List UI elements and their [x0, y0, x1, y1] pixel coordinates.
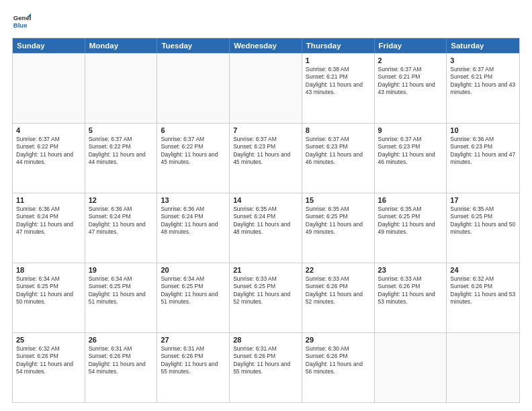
- cell-info: Sunrise: 6:37 AM Sunset: 6:23 PM Dayligh…: [306, 136, 371, 167]
- day-number: 17: [450, 196, 516, 204]
- calendar-cell-1-2: 6Sunrise: 6:37 AM Sunset: 6:22 PM Daylig…: [157, 124, 230, 193]
- calendar-cell-3-2: 20Sunrise: 6:34 AM Sunset: 6:25 PM Dayli…: [157, 263, 230, 332]
- day-number: 21: [233, 266, 298, 274]
- calendar-cell-0-0: [13, 54, 85, 123]
- calendar-cell-1-5: 9Sunrise: 6:37 AM Sunset: 6:23 PM Daylig…: [375, 124, 447, 193]
- day-number: 2: [378, 56, 443, 64]
- calendar-cell-4-6: [447, 333, 519, 402]
- cell-info: Sunrise: 6:36 AM Sunset: 6:24 PM Dayligh…: [161, 205, 226, 236]
- calendar-cell-0-6: 3Sunrise: 6:37 AM Sunset: 6:21 PM Daylig…: [447, 54, 519, 123]
- cell-info: Sunrise: 6:37 AM Sunset: 6:22 PM Dayligh…: [89, 136, 154, 167]
- day-number: 4: [16, 126, 81, 134]
- day-number: 9: [378, 126, 443, 134]
- weekday-header-saturday: Saturday: [447, 38, 519, 53]
- cell-info: Sunrise: 6:32 AM Sunset: 6:26 PM Dayligh…: [450, 275, 516, 306]
- day-number: 11: [16, 196, 81, 204]
- svg-text:General: General: [13, 14, 31, 21]
- logo: General Blue: [12, 12, 34, 31]
- day-number: 8: [306, 126, 371, 134]
- day-number: 23: [378, 266, 443, 274]
- day-number: 27: [161, 336, 226, 344]
- day-number: 7: [233, 126, 298, 134]
- weekday-header-tuesday: Tuesday: [157, 38, 230, 53]
- cell-info: Sunrise: 6:30 AM Sunset: 6:26 PM Dayligh…: [306, 345, 371, 376]
- calendar-cell-1-1: 5Sunrise: 6:37 AM Sunset: 6:22 PM Daylig…: [85, 124, 158, 193]
- cell-info: Sunrise: 6:36 AM Sunset: 6:24 PM Dayligh…: [16, 205, 81, 236]
- cell-info: Sunrise: 6:35 AM Sunset: 6:25 PM Dayligh…: [450, 205, 516, 236]
- cell-info: Sunrise: 6:36 AM Sunset: 6:24 PM Dayligh…: [89, 205, 154, 236]
- calendar-cell-3-0: 18Sunrise: 6:34 AM Sunset: 6:25 PM Dayli…: [13, 263, 85, 332]
- day-number: 26: [89, 336, 154, 344]
- calendar-cell-1-3: 7Sunrise: 6:37 AM Sunset: 6:23 PM Daylig…: [230, 124, 302, 193]
- day-number: 3: [450, 56, 516, 64]
- calendar-cell-2-5: 16Sunrise: 6:35 AM Sunset: 6:25 PM Dayli…: [375, 193, 447, 263]
- cell-info: Sunrise: 6:34 AM Sunset: 6:25 PM Dayligh…: [161, 275, 226, 306]
- calendar-cell-2-3: 14Sunrise: 6:35 AM Sunset: 6:24 PM Dayli…: [230, 193, 302, 263]
- day-number: 24: [450, 266, 516, 274]
- cell-info: Sunrise: 6:37 AM Sunset: 6:23 PM Dayligh…: [233, 136, 298, 167]
- cell-info: Sunrise: 6:31 AM Sunset: 6:26 PM Dayligh…: [161, 345, 226, 376]
- day-number: 29: [306, 336, 371, 344]
- calendar-cell-2-6: 17Sunrise: 6:35 AM Sunset: 6:25 PM Dayli…: [447, 193, 519, 263]
- svg-text:Blue: Blue: [13, 21, 28, 29]
- day-number: 13: [161, 196, 226, 204]
- cell-info: Sunrise: 6:33 AM Sunset: 6:25 PM Dayligh…: [233, 275, 298, 306]
- calendar-cell-2-4: 15Sunrise: 6:35 AM Sunset: 6:25 PM Dayli…: [302, 193, 375, 263]
- cell-info: Sunrise: 6:36 AM Sunset: 6:23 PM Dayligh…: [450, 136, 516, 167]
- calendar-cell-3-5: 23Sunrise: 6:33 AM Sunset: 6:26 PM Dayli…: [375, 263, 447, 332]
- day-number: 12: [89, 196, 154, 204]
- weekday-header-monday: Monday: [85, 38, 158, 53]
- calendar-row-2: 11Sunrise: 6:36 AM Sunset: 6:24 PM Dayli…: [13, 193, 519, 263]
- day-number: 16: [378, 196, 443, 204]
- cell-info: Sunrise: 6:37 AM Sunset: 6:21 PM Dayligh…: [378, 66, 443, 97]
- calendar-cell-4-4: 29Sunrise: 6:30 AM Sunset: 6:26 PM Dayli…: [302, 333, 375, 402]
- weekday-header-wednesday: Wednesday: [230, 38, 302, 53]
- calendar-cell-4-3: 28Sunrise: 6:31 AM Sunset: 6:26 PM Dayli…: [230, 333, 302, 402]
- calendar-cell-0-1: [85, 54, 158, 123]
- calendar-cell-3-6: 24Sunrise: 6:32 AM Sunset: 6:26 PM Dayli…: [447, 263, 519, 332]
- calendar-cell-4-0: 25Sunrise: 6:32 AM Sunset: 6:26 PM Dayli…: [13, 333, 85, 402]
- day-number: 14: [233, 196, 298, 204]
- calendar-cell-1-6: 10Sunrise: 6:36 AM Sunset: 6:23 PM Dayli…: [447, 124, 519, 193]
- day-number: 6: [161, 126, 226, 134]
- day-number: 15: [306, 196, 371, 204]
- calendar-row-1: 4Sunrise: 6:37 AM Sunset: 6:22 PM Daylig…: [13, 123, 519, 193]
- page: General Blue SundayMondayTuesdayWednesda…: [0, 0, 532, 411]
- cell-info: Sunrise: 6:33 AM Sunset: 6:26 PM Dayligh…: [378, 275, 443, 306]
- logo-icon: General Blue: [12, 12, 31, 31]
- calendar-cell-0-2: [157, 54, 230, 123]
- cell-info: Sunrise: 6:31 AM Sunset: 6:26 PM Dayligh…: [233, 345, 298, 376]
- header: General Blue: [12, 12, 520, 31]
- calendar-cell-2-1: 12Sunrise: 6:36 AM Sunset: 6:24 PM Dayli…: [85, 193, 158, 263]
- cell-info: Sunrise: 6:34 AM Sunset: 6:25 PM Dayligh…: [16, 275, 81, 306]
- cell-info: Sunrise: 6:37 AM Sunset: 6:21 PM Dayligh…: [450, 66, 516, 97]
- weekday-header-sunday: Sunday: [13, 38, 85, 53]
- day-number: 10: [450, 126, 516, 134]
- calendar-row-4: 25Sunrise: 6:32 AM Sunset: 6:26 PM Dayli…: [13, 332, 519, 402]
- calendar-cell-3-4: 22Sunrise: 6:33 AM Sunset: 6:26 PM Dayli…: [302, 263, 375, 332]
- calendar-cell-4-2: 27Sunrise: 6:31 AM Sunset: 6:26 PM Dayli…: [157, 333, 230, 402]
- cell-info: Sunrise: 6:31 AM Sunset: 6:26 PM Dayligh…: [89, 345, 154, 376]
- calendar-body: 1Sunrise: 6:38 AM Sunset: 6:21 PM Daylig…: [13, 53, 519, 402]
- cell-info: Sunrise: 6:33 AM Sunset: 6:26 PM Dayligh…: [306, 275, 371, 306]
- day-number: 28: [233, 336, 298, 344]
- calendar-cell-3-1: 19Sunrise: 6:34 AM Sunset: 6:25 PM Dayli…: [85, 263, 158, 332]
- calendar-cell-1-4: 8Sunrise: 6:37 AM Sunset: 6:23 PM Daylig…: [302, 124, 375, 193]
- cell-info: Sunrise: 6:34 AM Sunset: 6:25 PM Dayligh…: [89, 275, 154, 306]
- day-number: 19: [89, 266, 154, 274]
- cell-info: Sunrise: 6:35 AM Sunset: 6:25 PM Dayligh…: [378, 205, 443, 236]
- day-number: 20: [161, 266, 226, 274]
- day-number: 1: [306, 56, 371, 64]
- cell-info: Sunrise: 6:38 AM Sunset: 6:21 PM Dayligh…: [306, 66, 371, 97]
- calendar-cell-2-2: 13Sunrise: 6:36 AM Sunset: 6:24 PM Dayli…: [157, 193, 230, 263]
- calendar-cell-0-4: 1Sunrise: 6:38 AM Sunset: 6:21 PM Daylig…: [302, 54, 375, 123]
- day-number: 5: [89, 126, 154, 134]
- calendar-cell-2-0: 11Sunrise: 6:36 AM Sunset: 6:24 PM Dayli…: [13, 193, 85, 263]
- calendar-cell-0-5: 2Sunrise: 6:37 AM Sunset: 6:21 PM Daylig…: [375, 54, 447, 123]
- cell-info: Sunrise: 6:35 AM Sunset: 6:25 PM Dayligh…: [306, 205, 371, 236]
- weekday-header-thursday: Thursday: [302, 38, 375, 53]
- calendar: SundayMondayTuesdayWednesdayThursdayFrid…: [12, 38, 520, 403]
- calendar-cell-4-1: 26Sunrise: 6:31 AM Sunset: 6:26 PM Dayli…: [85, 333, 158, 402]
- cell-info: Sunrise: 6:37 AM Sunset: 6:23 PM Dayligh…: [378, 136, 443, 167]
- calendar-cell-1-0: 4Sunrise: 6:37 AM Sunset: 6:22 PM Daylig…: [13, 124, 85, 193]
